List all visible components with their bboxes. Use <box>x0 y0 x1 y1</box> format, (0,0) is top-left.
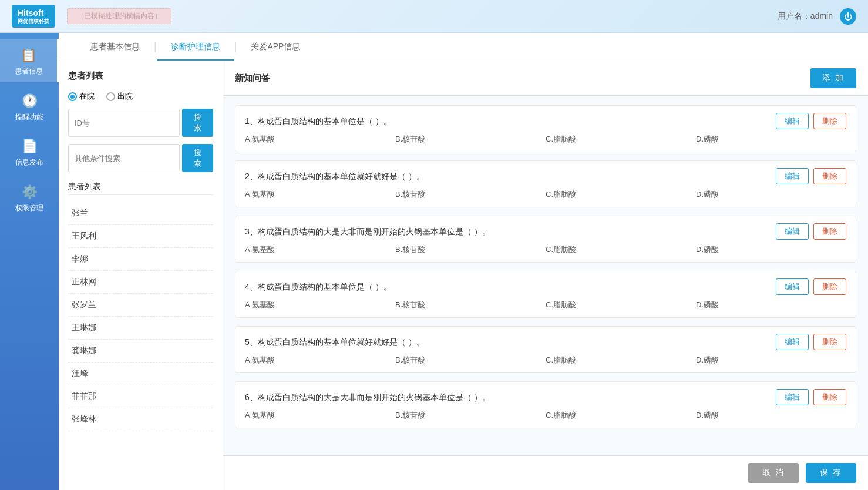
sidebar: 📋 患者信息 🕐 提醒功能 📄 信息发布 ⚙️ 权限管理 <box>0 33 59 490</box>
question-text: 6、构成蛋白质结构的大是大非而是刚开始的火锅基本单位是（ ）。 <box>245 391 766 404</box>
delete-button[interactable]: 删除 <box>813 113 846 129</box>
radio-label-outpatient: 出院 <box>117 91 133 102</box>
question-text: 2、构成蛋白质结构的基本单位就好就好是（ ）。 <box>245 170 766 183</box>
panel-title: 患者列表 <box>68 71 213 82</box>
question-text: 3、构成蛋白质结构的大是大非而是刚开始的火锅基本单位是（ ）。 <box>245 226 766 238</box>
patient-item[interactable]: 张罗兰 <box>68 294 213 317</box>
sidebar-item-reminder[interactable]: 🕐 提醒功能 <box>0 85 59 128</box>
user-label: 用户名：admin <box>778 11 833 22</box>
edit-button[interactable]: 编辑 <box>776 389 809 405</box>
option-item: C.脂肪酸 <box>546 244 696 255</box>
sidebar-item-authority[interactable]: ⚙️ 权限管理 <box>0 176 59 219</box>
option-item: B.核苷酸 <box>395 355 546 365</box>
patient-item[interactable]: 张兰 <box>68 202 213 225</box>
sidebar-item-info[interactable]: 📄 信息发布 <box>0 130 59 173</box>
header: Hitsoft 网优信联科技 （已模糊处理的横幅内容） 用户名：admin ⏻ <box>0 0 868 33</box>
options-row: A.氨基酸B.核苷酸C.脂肪酸D.磷酸 <box>245 410 846 421</box>
radio-outpatient[interactable]: 出院 <box>106 91 133 102</box>
edit-button[interactable]: 编辑 <box>776 113 809 129</box>
sidebar-item-patients[interactable]: 📋 患者信息 <box>0 39 59 82</box>
sidebar-item-label-reminder: 提醒功能 <box>15 113 43 122</box>
option-item: D.磷酸 <box>696 134 846 145</box>
logo: Hitsoft 网优信联科技 <box>12 5 55 28</box>
option-item: C.脂肪酸 <box>546 355 696 365</box>
delete-button[interactable]: 删除 <box>813 389 846 405</box>
logo-line2: 网优信联科技 <box>18 18 49 25</box>
edit-button[interactable]: 编辑 <box>776 168 809 184</box>
question-text: 4、构成蛋白质结构的基本单位是（ ）。 <box>245 281 766 293</box>
header-left: Hitsoft 网优信联科技 （已模糊处理的横幅内容） <box>12 5 171 28</box>
right-panel: 新知问答 添 加 1、构成蛋白质结构的基本单位是（ ）。编辑删除A.氨基酸B.核… <box>223 61 868 490</box>
sidebar-item-label-info: 信息发布 <box>15 158 43 167</box>
option-item: D.磷酸 <box>696 410 846 421</box>
option-item: A.氨基酸 <box>245 410 395 421</box>
patient-item[interactable]: 李娜 <box>68 248 213 271</box>
option-item: C.脂肪酸 <box>546 189 696 200</box>
delete-button[interactable]: 删除 <box>813 223 846 240</box>
right-panel-title: 新知问答 <box>235 73 270 84</box>
option-item: B.核苷酸 <box>395 300 546 310</box>
tab-basic[interactable]: 患者基本信息 <box>76 33 154 61</box>
right-header: 新知问答 添 加 <box>223 61 868 96</box>
power-button[interactable]: ⏻ <box>840 8 856 25</box>
option-item: C.脂肪酸 <box>546 410 696 421</box>
patient-item[interactable]: 龚琳娜 <box>68 340 213 363</box>
content: 患者列表 在院 出院 搜索 搜索 <box>59 61 868 490</box>
patient-item[interactable]: 张峰林 <box>68 408 213 431</box>
edit-button[interactable]: 编辑 <box>776 334 809 350</box>
layout: 📋 患者信息 🕐 提醒功能 📄 信息发布 ⚙️ 权限管理 患者基本信息 | 诊断… <box>0 33 868 490</box>
patient-item[interactable]: 王风利 <box>68 225 213 248</box>
option-item: A.氨基酸 <box>245 300 395 310</box>
radio-group: 在院 出院 <box>68 91 213 102</box>
patient-item[interactable]: 汪峰 <box>68 363 213 385</box>
radio-circle-inpatient <box>68 92 77 101</box>
id-search-input[interactable] <box>68 109 180 137</box>
id-search-row: 搜索 <box>68 109 213 137</box>
question-block: 4、构成蛋白质结构的基本单位是（ ）。编辑删除A.氨基酸B.核苷酸C.脂肪酸D.… <box>235 271 856 318</box>
delete-button[interactable]: 删除 <box>813 168 846 184</box>
option-item: A.氨基酸 <box>245 189 395 200</box>
other-search-row: 搜索 <box>68 144 213 172</box>
option-item: C.脂肪酸 <box>546 300 696 310</box>
other-search-input[interactable] <box>68 144 180 172</box>
question-text: 5、构成蛋白质结构的基本单位就好就好是（ ）。 <box>245 336 766 348</box>
bottom-bar: 取 消 保 存 <box>223 455 868 490</box>
add-button[interactable]: 添 加 <box>810 68 856 88</box>
header-banner: （已模糊处理的横幅内容） <box>67 8 171 24</box>
options-row: A.氨基酸B.核苷酸C.脂肪酸D.磷酸 <box>245 134 846 145</box>
question-block: 3、构成蛋白质结构的大是大非而是刚开始的火锅基本单位是（ ）。编辑删除A.氨基酸… <box>235 216 856 263</box>
options-row: A.氨基酸B.核苷酸C.脂肪酸D.磷酸 <box>245 300 846 310</box>
edit-button[interactable]: 编辑 <box>776 223 809 240</box>
option-item: D.磷酸 <box>696 189 846 200</box>
option-item: A.氨基酸 <box>245 134 395 145</box>
patient-item[interactable]: 正林网 <box>68 271 213 294</box>
delete-button[interactable]: 删除 <box>813 334 846 350</box>
question-block: 2、构成蛋白质结构的基本单位就好就好是（ ）。编辑删除A.氨基酸B.核苷酸C.脂… <box>235 160 856 207</box>
edit-button[interactable]: 编辑 <box>776 278 809 295</box>
question-text: 1、构成蛋白质结构的基本单位是（ ）。 <box>245 115 766 127</box>
radio-inpatient[interactable]: 在院 <box>68 91 95 102</box>
id-search-button[interactable]: 搜索 <box>182 109 213 137</box>
delete-button[interactable]: 删除 <box>813 278 846 295</box>
tab-diagnosis[interactable]: 诊断护理信息 <box>157 33 234 61</box>
option-item: B.核苷酸 <box>395 189 546 200</box>
save-button[interactable]: 保 存 <box>806 463 856 483</box>
tab-bar: 患者基本信息 | 诊断护理信息 | 关爱APP信息 <box>59 33 868 61</box>
options-row: A.氨基酸B.核苷酸C.脂肪酸D.磷酸 <box>245 189 846 200</box>
cancel-button[interactable]: 取 消 <box>748 463 799 483</box>
patient-list: 张兰王风利李娜正林网张罗兰王琳娜龚琳娜汪峰菲菲那张峰林 <box>68 202 213 431</box>
main: 患者基本信息 | 诊断护理信息 | 关爱APP信息 患者列表 在院 出院 <box>59 33 868 490</box>
reminder-icon: 🕐 <box>21 93 38 109</box>
option-item: B.核苷酸 <box>395 244 546 255</box>
options-row: A.氨基酸B.核苷酸C.脂肪酸D.磷酸 <box>245 355 846 365</box>
logo-line1: Hitsoft <box>18 8 49 18</box>
other-search-button[interactable]: 搜索 <box>182 144 213 172</box>
radio-label-inpatient: 在院 <box>79 91 95 102</box>
option-item: D.磷酸 <box>696 300 846 310</box>
option-item: D.磷酸 <box>696 244 846 255</box>
patient-item[interactable]: 菲菲那 <box>68 385 213 408</box>
tab-care[interactable]: 关爱APP信息 <box>237 33 314 61</box>
sidebar-item-label-authority: 权限管理 <box>15 204 43 213</box>
patient-item[interactable]: 王琳娜 <box>68 317 213 340</box>
patients-icon: 📋 <box>21 47 37 63</box>
